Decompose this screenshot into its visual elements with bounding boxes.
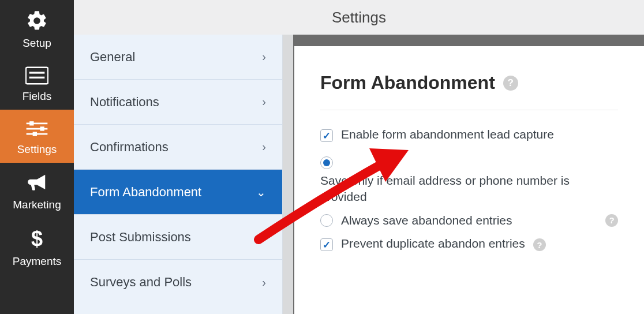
rail-item-marketing[interactable]: Marketing [0,163,74,218]
settings-item-label: Post Submissions [90,230,191,245]
svg-text:$: $ [31,227,43,251]
save-mode-radio[interactable] [320,156,333,169]
prevent-duplicate-label: Prevent duplicate abandon entries [341,237,525,251]
rail-label: Payments [13,255,61,268]
svg-rect-4 [29,121,33,125]
rail-label: Settings [17,143,57,156]
app-root: Setup Fields Settings Marketing $ Paymen… [0,0,644,314]
settings-item-label: General [90,50,135,65]
settings-item-form-abandonment[interactable]: Form Abandonment ⌄ [74,170,282,215]
dollar-icon: $ [29,227,45,251]
chevron-down-icon: ⌄ [256,185,266,199]
panel-title: Form Abandonment [320,72,495,94]
rail-item-setup[interactable]: Setup [0,0,74,57]
settings-item-label: Form Abandonment [90,185,201,200]
content-backdrop: Form Abandonment ? Enable form abandonme… [283,35,644,314]
settings-item-confirmations[interactable]: Confirmations › [74,125,282,170]
save-mode-label: Always save abandoned entries [341,212,597,229]
form-fields-icon [25,66,48,85]
page-title: Settings [74,0,644,35]
prevent-duplicate-row[interactable]: Prevent duplicate abandon entries ? [320,237,618,251]
enable-capture-checkbox[interactable] [320,129,333,142]
chevron-right-icon: › [262,276,266,289]
rail-item-payments[interactable]: $ Payments [0,218,74,275]
body-row: General › Notifications › Confirmations … [74,35,644,314]
settings-item-general[interactable]: General › [74,35,282,80]
rail-label: Setup [23,37,51,50]
settings-menu: General › Notifications › Confirmations … [74,35,283,314]
settings-item-label: Notifications [90,95,159,110]
enable-capture-row[interactable]: Enable form abandonment lead capture [320,128,618,142]
divider [320,110,618,110]
save-mode-group: Save only if email address or phone numb… [320,155,618,229]
main-area: Settings General › Notifications › Confi… [74,0,644,314]
rail-item-settings[interactable]: Settings [0,110,74,163]
svg-rect-8 [33,132,37,136]
settings-item-post-submissions[interactable]: Post Submissions › [74,215,282,260]
help-icon[interactable]: ? [605,214,618,227]
save-mode-radio[interactable] [320,214,333,227]
help-icon[interactable]: ? [503,76,518,91]
settings-item-label: Surveys and Polls [90,275,192,290]
rail-label: Marketing [13,199,61,211]
chevron-right-icon: › [262,230,266,244]
save-mode-label: Save only if email address or phone numb… [320,173,618,205]
form-abandonment-panel: Form Abandonment ? Enable form abandonme… [294,46,644,314]
rail-label: Fields [23,90,52,103]
help-icon[interactable]: ? [533,238,546,251]
chevron-right-icon: › [262,95,266,109]
rail-item-fields[interactable]: Fields [0,57,74,110]
save-mode-option-always[interactable]: Always save abandoned entries ? [320,212,618,229]
panel-title-row: Form Abandonment ? [320,72,618,94]
megaphone-icon [25,172,49,194]
save-mode-option-email-phone[interactable]: Save only if email address or phone numb… [320,155,618,205]
settings-item-surveys-polls[interactable]: Surveys and Polls › [74,260,282,305]
settings-item-notifications[interactable]: Notifications › [74,80,282,125]
nav-rail: Setup Fields Settings Marketing $ Paymen… [0,0,74,314]
chevron-right-icon: › [262,140,266,154]
prevent-duplicate-checkbox[interactable] [320,238,333,251]
settings-item-label: Confirmations [90,140,169,155]
gear-icon [25,9,48,32]
sliders-icon [24,119,50,139]
enable-capture-label: Enable form abandonment lead capture [341,128,554,141]
scrollbar[interactable] [283,35,293,314]
svg-rect-0 [26,68,48,84]
svg-rect-6 [40,126,44,130]
chevron-right-icon: › [262,50,266,63]
